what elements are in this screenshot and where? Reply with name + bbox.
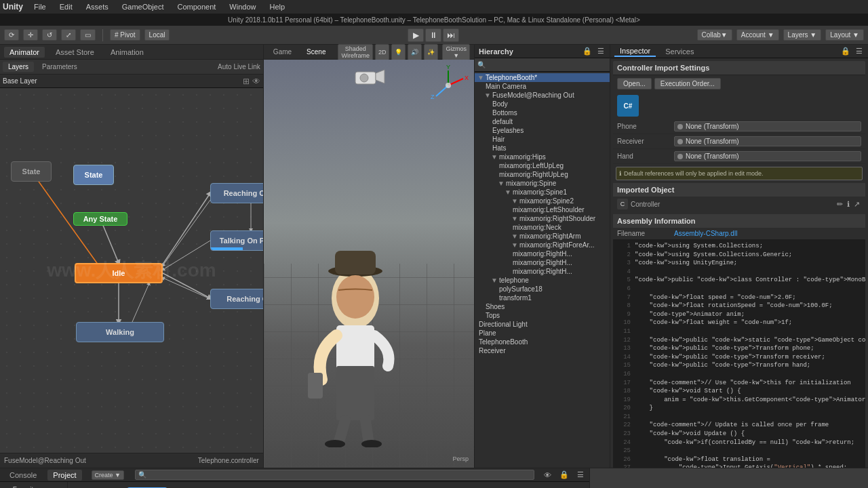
hand-value[interactable]: None (Transform) [674,151,861,161]
hierarchy-item[interactable]: ▼mixamorig:RightArm [475,232,610,241]
hierarchy-item[interactable]: mixamorig:Neck [475,223,610,232]
hierarchy-item[interactable]: Hats [475,144,610,152]
hierarchy-search[interactable] [475,58,610,72]
hierarchy-item[interactable]: Bottoms [475,108,610,117]
menu-file[interactable]: File [31,3,49,11]
state-walking[interactable]: Walking [76,322,164,342]
hierarchy-item[interactable]: ▼mixamorig:RightForeAr... [475,241,610,249]
state-idle[interactable]: Idle [75,263,163,283]
hierarchy-item[interactable]: ▼mixamorig:Hips [475,152,610,161]
project-search-input[interactable] [135,470,534,480]
rotate-tool[interactable]: ↺ [42,29,57,41]
scene-view[interactable]: X Y Z Persp [264,60,474,468]
hierarchy-menu-btn[interactable]: ☰ [596,46,606,56]
pivot-button[interactable]: # Pivot [110,29,140,41]
hierarchy-item[interactable]: transform1 [475,293,610,302]
hierarchy-item[interactable]: ▼TelephoneBooth* [475,73,610,82]
hierarchy-item[interactable]: Directional Light [475,320,610,329]
hierarchy-item[interactable]: Tops [475,311,610,320]
hierarchy-item[interactable]: ▼mixamorig:Spine2 [475,197,610,205]
hierarchy-item[interactable]: ▼telephone [475,276,610,285]
tab-animator[interactable]: Animator [4,47,45,58]
project-lock-btn[interactable]: 🔒 [558,470,570,480]
sub-tab-parameters[interactable]: Parameters [37,62,83,72]
state-talking-on-phone[interactable]: Talking On Phone [210,230,263,251]
hierarchy-item[interactable]: mixamorig:RightH... [475,249,610,258]
effects-btn[interactable]: ✨ [424,44,438,60]
hierarchy-item[interactable]: mixamorig:RightH... [475,267,610,276]
tab-animation[interactable]: Animation [105,47,149,58]
open-button[interactable]: Open... [617,78,652,89]
state-any[interactable]: State [11,161,52,182]
hierarchy-item[interactable]: mixamorig:LeftUpLeg [475,161,610,170]
menu-help[interactable]: Help [267,3,288,11]
state-reaching-out-0[interactable]: Reaching Out 0 [210,183,263,203]
menu-component[interactable]: Component [174,3,218,11]
tab-inspector[interactable]: Inspector [614,46,656,57]
hierarchy-item[interactable]: Body [475,100,610,108]
hierarchy-item[interactable]: default [475,117,610,126]
rect-tool[interactable]: ▭ [80,29,96,41]
layout-button[interactable]: Layout ▼ [825,29,864,41]
transform-tool[interactable]: ⟳ [4,29,19,41]
collab-button[interactable]: Collab▼ [697,29,732,41]
tab-project[interactable]: Project [47,470,81,481]
state-reaching-out[interactable]: Reaching Out [210,289,263,309]
hierarchy-item[interactable]: Hair [475,135,610,144]
move-tool[interactable]: ✛ [23,29,38,41]
project-assets[interactable]: C# AnswerTelephone C# Controller FuseMod… [68,482,589,488]
hierarchy-item[interactable]: Main Camera [475,82,610,91]
controller-edit-btn[interactable]: ✏ [835,199,844,209]
pause-button[interactable]: ⏸ [425,28,441,42]
account-button[interactable]: Account ▼ [736,29,779,41]
step-button[interactable]: ⏭ [443,28,459,42]
audio-btn[interactable]: 🔊 [408,44,422,60]
hierarchy-item[interactable]: ▼mixamorig:Spine1 [475,188,610,197]
menu-window[interactable]: Window [226,3,258,11]
lighting-btn[interactable]: 💡 [391,44,406,60]
hierarchy-item[interactable]: TelephoneBooth [475,338,610,346]
layer-options[interactable]: ⊞ [243,77,250,86]
2d-btn[interactable]: 2D [375,44,390,60]
hierarchy-content[interactable]: ▼TelephoneBooth*Main Camera▼FuseModel@Re… [475,72,610,468]
project-eye-btn[interactable]: 👁 [542,470,553,480]
hierarchy-item[interactable]: Shoes [475,302,610,311]
hierarchy-search-input[interactable] [477,61,607,68]
menu-edit[interactable]: Edit [57,3,75,11]
auto-live-link[interactable]: Auto Live Link [218,63,260,70]
receiver-value[interactable]: None (Transform) [674,136,861,146]
hierarchy-item[interactable]: mixamorig:LeftShoulder [475,205,610,214]
state-state[interactable]: State [73,165,114,185]
eye-icon[interactable]: 👁 [252,77,260,86]
inspector-menu-btn[interactable]: ☰ [854,46,864,56]
state-canvas[interactable]: www.人人素材.com [0,88,263,453]
tab-services[interactable]: Services [660,47,699,56]
hierarchy-item[interactable]: Receiver [475,346,610,355]
hierarchy-lock-btn[interactable]: 🔒 [581,46,593,56]
phone-value[interactable]: None (Transform) [674,121,861,131]
project-tree[interactable]: ▼ Favorites All Materials All Models All… [0,482,68,488]
scale-tool[interactable]: ⤢ [61,29,76,41]
tab-console[interactable]: Console [4,470,42,481]
sub-tab-layers[interactable]: Layers [3,62,34,72]
gizmos-button[interactable]: Gizmos ▼ [442,44,470,60]
hierarchy-item[interactable]: mixamorig:RightUpLeg [475,170,610,179]
controller-open-btn[interactable]: ↗ [852,199,861,209]
tab-asset-store[interactable]: Asset Store [50,47,100,58]
create-button[interactable]: Create ▼ [92,470,124,480]
local-button[interactable]: Local [144,29,170,41]
hierarchy-item[interactable]: Eyelashes [475,126,610,135]
tree-item[interactable]: ▼ Favorites [0,485,67,488]
shaded-wireframe-btn[interactable]: Shaded Wireframe [338,44,373,60]
tab-scene[interactable]: Scene [301,47,331,57]
menu-gameobject[interactable]: GameObject [119,3,167,11]
hierarchy-item[interactable]: polySurface18 [475,285,610,293]
tab-game[interactable]: Game [268,47,297,57]
state-entry[interactable]: Any State [73,212,127,226]
hierarchy-item[interactable]: mixamorig:RightH... [475,258,610,267]
hierarchy-item[interactable]: Plane [475,329,610,338]
hierarchy-item[interactable]: ▼FuseModel@Reaching Out [475,91,610,100]
execution-order-button[interactable]: Execution Order... [654,78,721,89]
hierarchy-item[interactable]: ▼mixamorig:Spine [475,179,610,188]
controller-info-btn[interactable]: ℹ [846,199,851,209]
